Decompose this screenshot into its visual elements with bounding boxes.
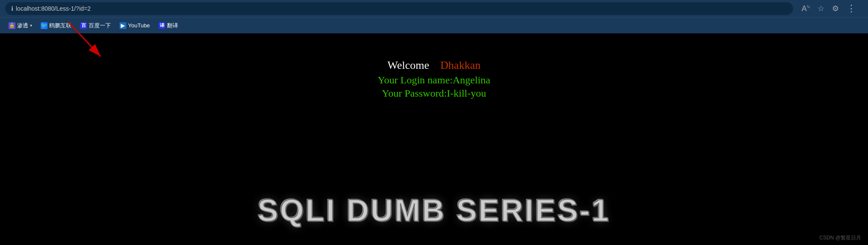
welcome-section: Welcome Dhakkan Your Login name:Angelina… [378, 59, 490, 101]
password-line: Your Password:I-kill-you [378, 88, 490, 99]
youtube-icon: ▶ [119, 22, 126, 29]
url-text: localhost:8080/Less-1/?id=2 [16, 5, 787, 12]
baidu-icon: 百 [80, 22, 87, 29]
sq-icon: 🔒 [9, 22, 15, 29]
address-bar[interactable]: ℹ localhost:8080/Less-1/?id=2 [5, 2, 793, 15]
bookmark-item-sq[interactable]: 🔒 渗透 ▾ [5, 20, 36, 31]
bookmark-item-youtube[interactable]: ▶ YouTube [116, 21, 153, 31]
bookmarks-bar: 🔒 渗透 ▾ 🐦 鸥鹏互联 百 百度一下 ▶ YouTube 译 翻译 [0, 17, 868, 33]
chevron-down-icon: ▾ [30, 23, 32, 28]
peng-icon: 🐦 [41, 22, 48, 29]
name-highlight: Dhakkan [440, 59, 480, 71]
address-bar-row: ℹ localhost:8080/Less-1/?id=2 Aℕ ☆ ⚙ ⋮ [0, 0, 868, 17]
sqli-title: SQLI DUMB SERIES-1 [257, 193, 610, 228]
settings-icon[interactable]: ⚙ [832, 4, 839, 13]
bookmark-label-sq: 渗透 [17, 22, 28, 30]
bookmark-label-fanyi: 翻译 [167, 22, 178, 30]
browser-chrome: ℹ localhost:8080/Less-1/?id=2 Aℕ ☆ ⚙ ⋮ 🔒… [0, 0, 868, 33]
info-icon: ℹ [11, 5, 13, 12]
login-name-line: Your Login name:Angelina [378, 74, 490, 86]
watermark: CSDN @繁星日月 [819, 234, 861, 242]
bookmark-item-baidu[interactable]: 百 百度一下 [77, 20, 114, 31]
menu-icon[interactable]: ⋮ [847, 3, 856, 14]
read-aloud-icon[interactable]: Aℕ [802, 4, 810, 13]
main-content: Welcome Dhakkan Your Login name:Angelina… [0, 33, 868, 245]
fanyi-icon: 译 [158, 22, 165, 29]
bookmark-label-peng: 鸥鹏互联 [49, 22, 72, 30]
browser-toolbar: Aℕ ☆ ⚙ ⋮ [796, 3, 863, 14]
bookmark-label-youtube: YouTube [128, 22, 150, 29]
bookmark-label-baidu: 百度一下 [89, 22, 111, 30]
welcome-line: Welcome Dhakkan [378, 59, 490, 72]
favorites-icon[interactable]: ☆ [817, 4, 824, 13]
bookmark-item-fanyi[interactable]: 译 翻译 [155, 20, 182, 31]
welcome-label: Welcome [388, 59, 430, 71]
bookmark-item-peng[interactable]: 🐦 鸥鹏互联 [37, 20, 75, 31]
